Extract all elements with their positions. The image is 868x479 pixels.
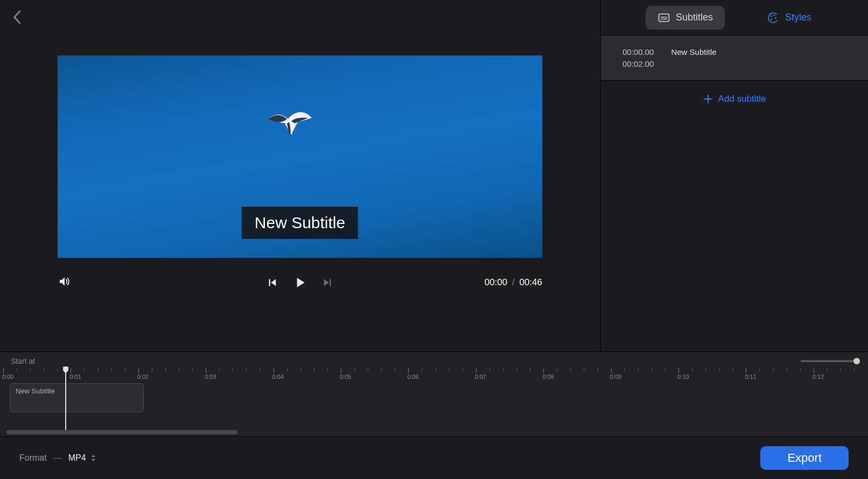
- timeline-scrollbar[interactable]: [6, 430, 862, 434]
- svg-point-6: [771, 15, 772, 17]
- volume-button[interactable]: [58, 275, 71, 290]
- ruler-tick-label: 0:01: [69, 374, 81, 380]
- format-label: Format: [19, 453, 47, 463]
- format-dash: —: [53, 453, 62, 463]
- total-time: 00:46: [519, 277, 542, 287]
- preview-pane: New Subtitle: [0, 0, 600, 351]
- svg-point-5: [767, 11, 780, 24]
- ruler-tick-label: 0:09: [610, 374, 621, 380]
- format-group: Format — MP4: [19, 453, 96, 463]
- ruler-tick-label: 0:06: [407, 374, 418, 380]
- subtitle-text: New Subtitle: [671, 47, 716, 68]
- export-label: Export: [787, 451, 822, 465]
- timeline-ruler[interactable]: 0:000:010:020:030:040:050:060:070:080:09…: [0, 368, 868, 382]
- subtitle-overlay[interactable]: New Subtitle: [242, 207, 358, 239]
- clip-label: New Subtitle: [16, 387, 55, 395]
- time-display: 00:00 / 00:46: [485, 277, 542, 288]
- tab-subtitles[interactable]: Subtitles: [646, 6, 725, 30]
- format-value: MP4: [68, 453, 86, 463]
- tab-bar: Subtitles Styles: [601, 0, 868, 36]
- volume-icon: [58, 275, 71, 288]
- ruler-tick-label: 0:03: [205, 374, 216, 380]
- skip-previous-icon: [266, 277, 278, 288]
- ruler-tick-label: 0:07: [475, 374, 486, 380]
- subtitle-track[interactable]: New Subtitle: [0, 383, 868, 414]
- back-button[interactable]: [12, 10, 22, 27]
- format-select[interactable]: MP4: [68, 453, 96, 463]
- zoom-slider[interactable]: [801, 360, 857, 362]
- tab-subtitles-label: Subtitles: [676, 12, 713, 23]
- current-time: 00:00: [485, 277, 508, 287]
- zoom-slider-knob[interactable]: [853, 358, 860, 364]
- start-at-label: Start at: [11, 357, 35, 365]
- ruler-tick-label: 0:08: [542, 374, 554, 380]
- subtitle-end-time: 00:02.00: [622, 59, 654, 68]
- svg-point-9: [771, 18, 773, 20]
- subtitle-times: 00:00.00 00:02.00: [622, 47, 654, 68]
- ruler-tick-label: 0:04: [272, 374, 284, 380]
- tab-styles[interactable]: Styles: [755, 6, 823, 30]
- video-frame-content: [262, 104, 316, 147]
- ruler-tick-label: 0:11: [745, 374, 756, 380]
- play-icon: [293, 276, 307, 290]
- svg-rect-0: [659, 14, 669, 22]
- playhead[interactable]: [65, 368, 66, 430]
- subtitle-list-item[interactable]: 00:00.00 00:02.00 New Subtitle: [601, 36, 868, 81]
- ruler-tick-label: 0:00: [2, 374, 13, 380]
- svg-point-8: [775, 17, 776, 19]
- ruler-tick-label: 0:02: [137, 374, 149, 380]
- stepper-icon: [90, 454, 96, 462]
- svg-point-7: [774, 15, 775, 16]
- side-panel: Subtitles Styles 00:00.00 00:02.00 New S…: [600, 0, 868, 351]
- ruler-tick-label: 0:10: [677, 374, 689, 380]
- skip-next-icon: [322, 277, 334, 288]
- video-preview[interactable]: New Subtitle: [58, 55, 542, 258]
- plus-icon: [703, 94, 713, 104]
- timeline: Start at 0:000:010:020:030:040:050:060:0…: [0, 351, 868, 436]
- chevron-left-icon: [12, 10, 22, 25]
- time-separator: /: [512, 277, 515, 287]
- timeline-scrollbar-thumb[interactable]: [6, 430, 237, 434]
- footer: Format — MP4 Export: [0, 436, 868, 479]
- palette-icon: [767, 11, 780, 24]
- add-subtitle-button[interactable]: Add subtitle: [601, 81, 868, 117]
- subtitle-clip[interactable]: New Subtitle: [10, 383, 144, 412]
- ruler-tick-label: 0:05: [340, 374, 351, 380]
- subtitles-icon: [657, 11, 670, 24]
- subtitle-start-time: 00:00.00: [622, 47, 654, 57]
- next-button[interactable]: [322, 277, 334, 288]
- player-controls: 00:00 / 00:46: [58, 274, 542, 291]
- export-button[interactable]: Export: [760, 446, 849, 470]
- play-button[interactable]: [293, 276, 307, 290]
- tab-styles-label: Styles: [785, 12, 811, 23]
- ruler-tick-label: 0:12: [813, 374, 824, 380]
- add-subtitle-label: Add subtitle: [718, 94, 766, 104]
- previous-button[interactable]: [266, 277, 278, 288]
